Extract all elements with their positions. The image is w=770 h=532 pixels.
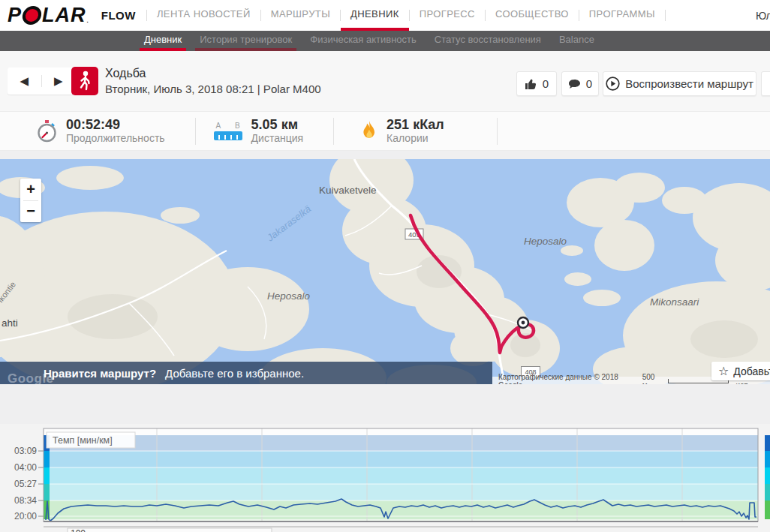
replay-route-button[interactable]: Воспроизвести маршрут [603, 71, 756, 96]
map-label-kuivaketvele: Kuivaketvele [319, 185, 377, 196]
favorite-prompt-bold: Нравится маршрут? [44, 367, 156, 380]
comment-button[interactable]: 0 [561, 71, 599, 96]
nav-divider [665, 10, 666, 21]
summary-stats-row: 00:52:49 Продолжительность A B 5.05 км Д… [0, 111, 770, 151]
subnav-tab-diary[interactable]: Дневник [140, 31, 186, 51]
comment-count: 0 [586, 77, 592, 90]
brand-flow[interactable]: FLOW [101, 9, 136, 22]
calories-label: Калории [387, 132, 444, 145]
star-icon: ☆ [718, 365, 729, 377]
play-circle-icon [606, 77, 620, 91]
nav-item-programs[interactable]: ПРОГРАММЫ [579, 0, 665, 31]
pace-zone-bands [44, 435, 758, 521]
activity-subtitle: Вторник, Июль 3, 2018 08:21 | Polar M400 [105, 83, 321, 95]
map-canvas: 403 Kuivaketvele Heposalo Heposalo Mikon… [0, 159, 770, 384]
map-label-heposalo-left: Heposalo [267, 290, 311, 302]
stat-calories: 251 кКал Калории [361, 117, 444, 145]
pace-chart-section: 03:09 04:00 05:27 08:34 20:00 Темп [мин/… [0, 424, 770, 532]
tick-0309: 03:09 [14, 446, 37, 456]
duration-label: Продолжительность [66, 132, 165, 145]
distance-ruler-icon: A B [214, 122, 242, 140]
favorite-prompt-text: Добавьте его в избранное. [165, 367, 304, 380]
logo-letter-p: P [8, 4, 22, 27]
add-to-favorites-button[interactable]: ☆ Добавьте [711, 362, 770, 380]
subnav-tab-recovery-status[interactable]: Статус восстановления [430, 31, 546, 51]
registered-mark: . [87, 17, 89, 24]
nav-item-progress[interactable]: ПРОГРЕСС [410, 0, 485, 31]
map-label-ahti: ahti [2, 317, 18, 329]
ruler-a-label: A [216, 122, 221, 130]
stat-divider [497, 118, 498, 145]
polar-logo[interactable]: P LAR . [8, 4, 89, 27]
like-count: 0 [543, 77, 549, 90]
activity-title: Ходьба [105, 67, 321, 80]
activity-titles: Ходьба Вторник, Июль 3, 2018 08:21 | Pol… [105, 67, 321, 95]
map-zoom-in-button[interactable]: + [20, 179, 41, 200]
y-axis-ticks [38, 451, 44, 516]
next-chart-tick-label: 100 [71, 528, 86, 532]
nav-item-routes[interactable]: МАРШРУТЫ [261, 0, 340, 31]
map-label-heposalo-right: Heposalo [524, 236, 567, 247]
session-pager: ◀ ▶ [8, 68, 75, 95]
calories-flame-icon [361, 120, 377, 143]
chart-title-box: Темп [мин/км] [47, 432, 135, 448]
duration-value: 00:52:49 [66, 117, 165, 132]
comment-bubble-icon [568, 79, 581, 89]
map-zoom-out-button[interactable]: − [20, 201, 41, 223]
pace-zone-colorbar-right [765, 435, 770, 519]
nav-item-diary[interactable]: ДНЕВНИК [341, 0, 409, 31]
polar-flow-page: P LAR . FLOW ЛЕНТА НОВОСТЕЙ МАРШРУТЫ ДНЕ… [0, 0, 770, 532]
walking-sport-icon [71, 67, 98, 95]
calories-value: 251 кКал [387, 117, 444, 132]
thumbs-up-icon [525, 78, 537, 90]
stat-duration: 00:52:49 Продолжительность [36, 117, 165, 145]
user-menu[interactable]: Юл [756, 0, 770, 31]
google-logo: Google [8, 371, 54, 384]
subnav-tab-balance[interactable]: Balance [555, 31, 599, 51]
stat-divider [195, 118, 196, 145]
logo-letters-lar: LAR [42, 4, 86, 27]
pace-chart[interactable]: 03:09 04:00 05:27 08:34 20:00 Темп [мин/… [0, 424, 770, 532]
top-nav: P LAR . FLOW ЛЕНТА НОВОСТЕЙ МАРШРУТЫ ДНЕ… [0, 0, 770, 31]
replay-route-label: Воспроизвести маршрут [625, 77, 753, 90]
add-to-favorites-label: Добавьте [733, 365, 770, 377]
nav-item-news-feed[interactable]: ЛЕНТА НОВОСТЕЙ [147, 0, 260, 31]
more-actions-button-clipped[interactable] [761, 71, 770, 96]
ruler-b-label: B [235, 122, 240, 130]
y-axis-labels: 03:09 04:00 05:27 08:34 20:00 [14, 446, 37, 521]
favorite-route-prompt-bar: Нравится маршрут? Добавьте его в избранн… [0, 362, 492, 384]
tick-2000: 20:00 [14, 511, 37, 521]
diary-sub-nav: Дневник История тренировок Физическая ак… [0, 31, 770, 51]
distance-value: 5.05 км [251, 117, 304, 132]
activity-header: ◀ ▶ Ходьба Вторник, Июль 3, 2018 08:21 |… [0, 51, 770, 111]
stopwatch-icon [36, 119, 57, 143]
stat-distance: A B 5.05 км Дистанция [214, 117, 304, 145]
map-label-mikonsaari: Mikonsaari [650, 296, 699, 308]
chart-title: Темп [мин/км] [53, 435, 113, 446]
stat-divider [333, 118, 334, 145]
polar-logo-red-dot-icon [21, 6, 43, 25]
like-button[interactable]: 0 [516, 71, 557, 96]
subnav-tab-physical-activity[interactable]: Физическая активность [305, 31, 421, 51]
subnav-tab-training-history[interactable]: История тренировок [195, 31, 296, 51]
next-session-button[interactable]: ▶ [42, 68, 76, 95]
walker-icon [76, 71, 94, 92]
map-zoom-control: + − [20, 179, 41, 222]
map-scale-label: 500 м [642, 373, 661, 384]
nav-item-community[interactable]: СООБЩЕСТВО [486, 0, 579, 31]
route-map[interactable]: 403 Kuivaketvele Heposalo Heposalo Mikon… [0, 159, 770, 384]
map-copyright: Картографические данные © 2018 Google [498, 373, 635, 384]
next-chart-sliver: 100 [44, 527, 758, 532]
previous-session-button[interactable]: ◀ [8, 68, 41, 95]
tick-0834: 08:34 [14, 495, 37, 506]
route-end-marker [518, 317, 528, 328]
tick-0400: 04:00 [14, 462, 37, 473]
tick-0527: 05:27 [14, 479, 37, 489]
distance-label: Дистанция [251, 132, 304, 145]
